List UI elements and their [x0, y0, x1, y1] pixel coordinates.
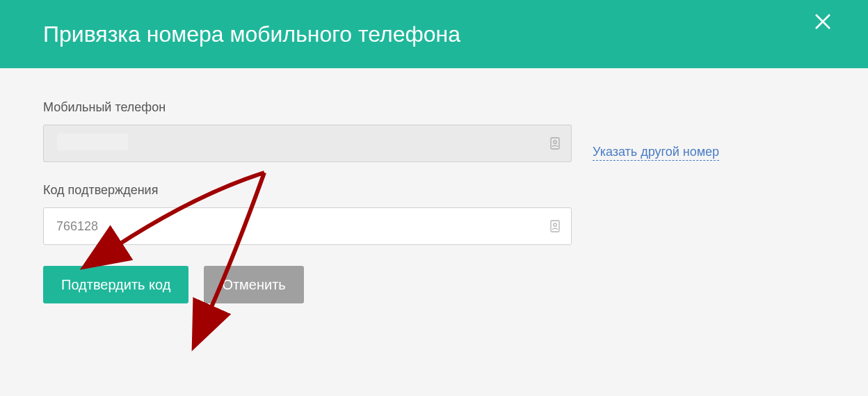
- close-icon[interactable]: [812, 11, 833, 36]
- phone-row: Мобильный телефон Указать другой номер: [43, 100, 825, 183]
- svg-point-5: [554, 223, 556, 226]
- phone-redacted-overlay: [57, 134, 128, 150]
- confirm-button[interactable]: Подтвердить код: [43, 266, 188, 303]
- contact-card-icon: [549, 136, 561, 150]
- phone-label: Мобильный телефон: [43, 100, 572, 115]
- code-label: Код подтверждения: [43, 183, 825, 198]
- button-row: Подтвердить код Отменить: [43, 266, 825, 303]
- modal-header: Привязка номера мобильного телефона: [0, 0, 868, 68]
- code-group: Код подтверждения: [43, 183, 825, 245]
- phone-group: Мобильный телефон: [43, 100, 572, 162]
- code-input[interactable]: [43, 207, 572, 245]
- code-input-wrapper: [43, 207, 572, 245]
- cancel-button[interactable]: Отменить: [204, 266, 303, 303]
- modal-title: Привязка номера мобильного телефона: [43, 22, 460, 47]
- svg-point-3: [554, 141, 556, 143]
- contact-card-icon: [549, 219, 561, 233]
- other-number-link[interactable]: Указать другой номер: [593, 145, 719, 161]
- modal-content: Мобильный телефон Указать другой номер К…: [0, 68, 868, 335]
